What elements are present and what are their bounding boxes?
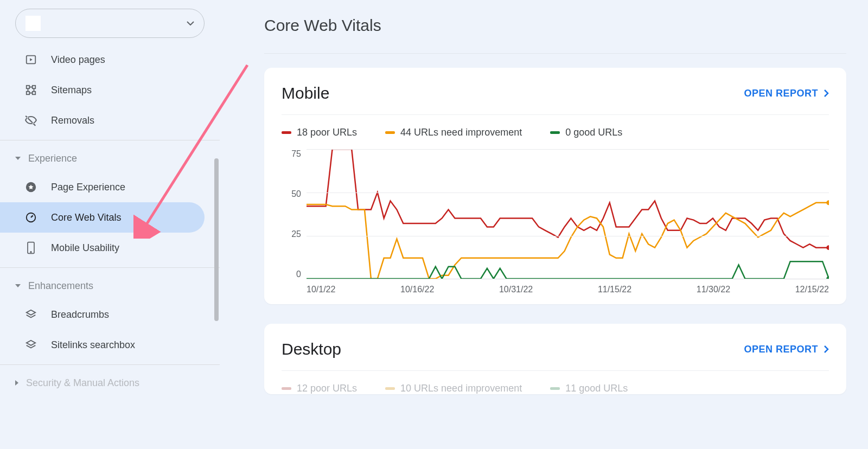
divider bbox=[0, 364, 220, 365]
core-web-vitals-icon bbox=[24, 210, 38, 224]
sidebar-item-page-experience[interactable]: Page Experience bbox=[0, 172, 205, 202]
main-content: Core Web Vitals Mobile OPEN REPORT 18 po… bbox=[220, 0, 868, 449]
sidebar-item-label: Core Web Vitals bbox=[51, 212, 121, 223]
sidebar-item-removals[interactable]: Removals bbox=[0, 105, 205, 136]
property-selector[interactable] bbox=[15, 9, 205, 38]
legend-good: 0 good URLs bbox=[550, 127, 622, 138]
svg-point-10 bbox=[826, 200, 829, 205]
svg-rect-3 bbox=[27, 92, 30, 95]
breadcrumbs-icon bbox=[24, 307, 38, 322]
video-pages-icon bbox=[24, 53, 38, 67]
triangle-right-icon bbox=[15, 380, 18, 386]
sidebar-item-label: Removals bbox=[51, 115, 94, 126]
triangle-down-icon bbox=[15, 157, 21, 160]
chart-svg bbox=[307, 149, 829, 279]
legend-improve-label: 10 URLs need improvement bbox=[400, 383, 522, 394]
svg-rect-1 bbox=[27, 86, 30, 89]
chevron-right-icon bbox=[824, 345, 829, 354]
y-axis: 7550250 bbox=[282, 149, 307, 279]
chevron-down-icon bbox=[187, 21, 194, 25]
legend-poor: 18 poor URLs bbox=[282, 127, 357, 138]
divider bbox=[0, 267, 220, 268]
desktop-card: Desktop OPEN REPORT 12 poor URLs 10 URLs… bbox=[264, 324, 846, 394]
sidebar-item-label: Sitemaps bbox=[51, 85, 92, 96]
open-report-mobile-button[interactable]: OPEN REPORT bbox=[744, 88, 829, 99]
sidebar-item-label: Breadcrumbs bbox=[51, 309, 109, 320]
mobile-chart: 7550250 bbox=[282, 149, 829, 279]
legend-good: 11 good URLs bbox=[550, 383, 628, 394]
legend-good-label: 0 good URLs bbox=[565, 127, 622, 138]
svg-point-11 bbox=[826, 277, 829, 279]
section-enhancements[interactable]: Enhancements bbox=[0, 272, 220, 299]
desktop-card-title: Desktop bbox=[282, 340, 341, 358]
open-report-label: OPEN REPORT bbox=[744, 88, 818, 99]
sidebar-item-mobile-usability[interactable]: Mobile Usability bbox=[0, 233, 205, 263]
mobile-legend: 18 poor URLs 44 URLs need improvement 0 … bbox=[282, 127, 829, 138]
sidebar-scrollbar[interactable] bbox=[214, 158, 219, 321]
legend-improve: 10 URLs need improvement bbox=[385, 383, 522, 394]
chevron-right-icon bbox=[824, 89, 829, 98]
x-axis: 10/1/2210/16/2210/31/2211/15/2211/30/221… bbox=[307, 279, 829, 294]
sidebar: Video pages Sitemaps Removals Experience bbox=[0, 0, 220, 449]
legend-poor-label: 18 poor URLs bbox=[297, 127, 357, 138]
sitelinks-searchbox-icon bbox=[24, 338, 38, 352]
open-report-label: OPEN REPORT bbox=[744, 344, 818, 355]
sidebar-nav: Video pages Sitemaps Removals Experience bbox=[0, 44, 220, 438]
page-title: Core Web Vitals bbox=[264, 11, 846, 54]
section-label: Experience bbox=[28, 153, 77, 164]
sidebar-item-label: Mobile Usability bbox=[51, 242, 119, 254]
mobile-card-title: Mobile bbox=[282, 84, 329, 102]
sidebar-item-core-web-vitals[interactable]: Core Web Vitals bbox=[0, 202, 205, 233]
open-report-desktop-button[interactable]: OPEN REPORT bbox=[744, 344, 829, 355]
legend-improve-label: 44 URLs need improvement bbox=[400, 127, 522, 138]
sidebar-item-sitelinks-searchbox[interactable]: Sitelinks searchbox bbox=[0, 330, 205, 360]
sidebar-item-label: Video pages bbox=[51, 54, 105, 66]
desktop-legend: 12 poor URLs 10 URLs need improvement 11… bbox=[282, 383, 829, 394]
legend-improve: 44 URLs need improvement bbox=[385, 127, 522, 138]
property-thumbnail bbox=[25, 16, 41, 31]
sidebar-item-label: Sitelinks searchbox bbox=[51, 339, 135, 351]
sidebar-item-label: Page Experience bbox=[51, 182, 125, 193]
removals-icon bbox=[24, 113, 38, 127]
section-experience[interactable]: Experience bbox=[0, 145, 220, 172]
legend-poor-label: 12 poor URLs bbox=[297, 383, 357, 394]
sidebar-item-breadcrumbs[interactable]: Breadcrumbs bbox=[0, 299, 205, 330]
legend-good-label: 11 good URLs bbox=[565, 383, 628, 394]
section-label: Security & Manual Actions bbox=[26, 377, 139, 389]
legend-poor: 12 poor URLs bbox=[282, 383, 357, 394]
mobile-card: Mobile OPEN REPORT 18 poor URLs 44 URLs … bbox=[264, 68, 846, 304]
svg-point-9 bbox=[826, 245, 829, 250]
svg-rect-4 bbox=[33, 92, 36, 95]
triangle-down-icon bbox=[15, 284, 21, 287]
plot-area bbox=[307, 149, 829, 279]
sidebar-item-sitemaps[interactable]: Sitemaps bbox=[0, 75, 205, 105]
page-experience-icon bbox=[24, 180, 38, 194]
divider bbox=[0, 140, 220, 140]
sidebar-item-video-pages[interactable]: Video pages bbox=[0, 44, 205, 75]
section-label: Enhancements bbox=[28, 280, 93, 292]
section-security[interactable]: Security & Manual Actions bbox=[0, 369, 220, 396]
svg-point-8 bbox=[30, 252, 31, 253]
mobile-usability-icon bbox=[24, 241, 38, 255]
svg-rect-2 bbox=[33, 86, 36, 89]
sitemaps-icon bbox=[24, 83, 38, 97]
